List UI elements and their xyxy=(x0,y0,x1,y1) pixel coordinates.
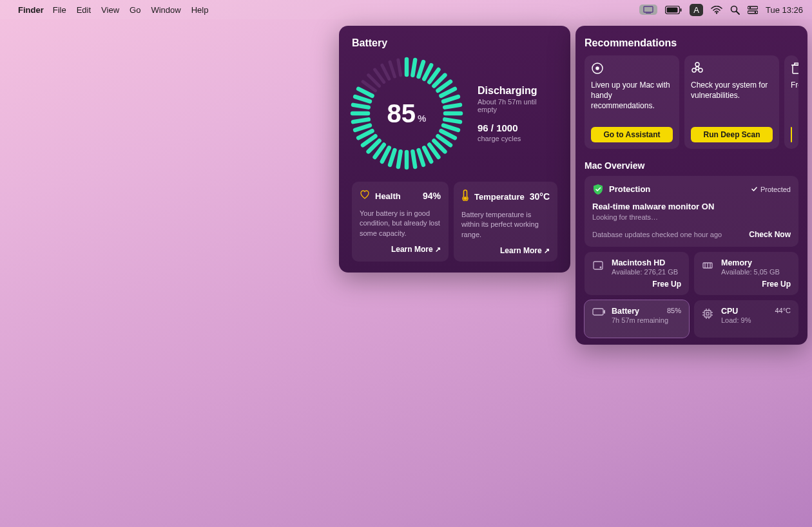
protection-title: Protection xyxy=(609,184,746,194)
menu-go[interactable]: Go xyxy=(130,5,140,15)
protection-status: Protected xyxy=(751,186,791,193)
svg-rect-69 xyxy=(706,312,709,315)
recommendations-title: Recommendations xyxy=(585,37,798,49)
heart-icon xyxy=(360,189,370,202)
target-icon xyxy=(591,62,673,76)
rec-card-deepscan: Check your system for vulnerabilities. R… xyxy=(684,55,779,149)
svg-point-57 xyxy=(692,68,696,72)
trash-icon xyxy=(791,62,792,76)
svg-rect-8 xyxy=(748,6,758,9)
mac-overview-title: Mac Overview xyxy=(585,160,798,171)
battery-status: Discharging xyxy=(478,85,557,97)
menubar-clock[interactable]: Tue 13:26 xyxy=(766,5,803,15)
battery-percent-sign: % xyxy=(418,113,426,124)
battery-icon xyxy=(592,307,605,331)
protection-monitor-status: Real-time malware monitor ON xyxy=(592,202,791,211)
menubar: Finder File Edit View Go Window Help A T… xyxy=(0,0,812,19)
disk-free-up-button[interactable]: Free Up xyxy=(612,280,681,289)
battery-gauge: 85 % xyxy=(349,55,465,171)
cpu-name: CPU xyxy=(721,307,775,316)
disk-available: Available: 276,21 GB xyxy=(612,268,681,276)
menubar-wifi-icon[interactable] xyxy=(711,6,722,14)
rec-text: Check your system for vulnerabilities. xyxy=(691,80,773,101)
check-now-button[interactable]: Check Now xyxy=(749,230,791,239)
menubar-text-indicator[interactable]: A xyxy=(690,4,703,16)
battery-percent-value: 85 xyxy=(387,99,416,128)
health-title: Health xyxy=(375,191,418,201)
battery-cycles-label: charge cycles xyxy=(478,135,557,142)
menubar-app-name[interactable]: Finder xyxy=(18,5,44,15)
svg-rect-0 xyxy=(644,6,653,12)
svg-rect-10 xyxy=(748,11,758,14)
disk-icon xyxy=(592,258,605,289)
temperature-title: Temperature xyxy=(474,192,525,202)
svg-rect-4 xyxy=(681,8,682,12)
memory-available: Available: 5,05 GB xyxy=(721,268,791,276)
thermometer-icon xyxy=(461,189,469,204)
svg-point-52 xyxy=(464,197,467,200)
protection-looking: Looking for threats… xyxy=(592,213,791,221)
svg-rect-60 xyxy=(594,262,603,269)
temperature-desc: Battery temperature is within its perfec… xyxy=(461,210,550,240)
health-card[interactable]: Health 94% Your battery is in good condi… xyxy=(352,182,449,262)
svg-point-58 xyxy=(699,68,702,72)
svg-point-11 xyxy=(755,11,756,12)
health-value: 94% xyxy=(423,191,441,201)
stat-card-disk[interactable]: Macintosh HD Available: 276,21 GB Free U… xyxy=(585,252,689,295)
memory-name: Memory xyxy=(721,258,791,267)
battery-panel-title: Battery xyxy=(352,37,557,49)
menubar-battery-icon[interactable] xyxy=(665,6,682,14)
shield-icon xyxy=(592,184,604,195)
svg-point-5 xyxy=(716,12,718,14)
svg-point-9 xyxy=(749,6,751,8)
battery-stat-value: 85% xyxy=(667,307,681,316)
menubar-control-center-icon[interactable] xyxy=(748,6,758,14)
cpu-icon xyxy=(702,307,715,331)
svg-rect-1 xyxy=(646,13,651,14)
temperature-card[interactable]: Temperature 30°C Battery temperature is … xyxy=(454,182,557,262)
svg-point-56 xyxy=(695,62,699,66)
rec-partial-button[interactable] xyxy=(791,127,792,142)
menubar-app-indicator[interactable] xyxy=(639,5,657,15)
memory-icon xyxy=(702,258,715,289)
biohazard-icon xyxy=(691,62,773,76)
rec-card-assistant: Liven up your Mac with handy recommendat… xyxy=(585,55,679,149)
memory-free-up-button[interactable]: Free Up xyxy=(721,280,791,289)
menu-edit[interactable]: Edit xyxy=(77,5,91,15)
run-deep-scan-button[interactable]: Run Deep Scan xyxy=(691,127,773,142)
menu-file[interactable]: File xyxy=(53,5,66,15)
rec-card-partial: Fre xyxy=(784,55,798,149)
menu-help[interactable]: Help xyxy=(191,5,209,15)
overview-panel: Recommendations Liven up your Mac with h… xyxy=(575,26,807,345)
svg-point-61 xyxy=(600,267,601,268)
stat-card-cpu[interactable]: CPU44°C Load: 9% xyxy=(694,300,798,338)
svg-point-54 xyxy=(596,67,599,70)
protection-card[interactable]: Protection Protected Real-time malware m… xyxy=(585,176,798,247)
svg-line-7 xyxy=(736,11,739,14)
go-to-assistant-button[interactable]: Go to Assistant xyxy=(591,127,673,142)
svg-rect-3 xyxy=(667,7,678,12)
battery-stat-name: Battery xyxy=(612,307,667,316)
stat-card-battery[interactable]: Battery85% 7h 57m remaining xyxy=(585,300,689,338)
protection-db-updates: Database updates checked one hour ago xyxy=(592,231,749,238)
cpu-load: Load: 9% xyxy=(721,316,791,324)
rec-text: Fre xyxy=(791,80,792,90)
temperature-value: 30°C xyxy=(530,191,550,202)
battery-stat-remaining: 7h 57m remaining xyxy=(612,316,681,324)
health-learn-more[interactable]: Learn More ↗ xyxy=(360,245,441,254)
svg-rect-68 xyxy=(704,311,711,317)
menu-window[interactable]: Window xyxy=(151,5,180,15)
cpu-temp: 44°C xyxy=(775,307,791,316)
rec-text: Liven up your Mac with handy recommendat… xyxy=(591,80,673,111)
menubar-spotlight-icon[interactable] xyxy=(730,5,740,15)
stat-card-memory[interactable]: Memory Available: 5,05 GB Free Up xyxy=(694,252,798,295)
svg-rect-59 xyxy=(793,65,798,73)
health-desc: Your battery is in good condition, but a… xyxy=(360,209,441,238)
menu-view[interactable]: View xyxy=(101,5,119,15)
svg-rect-67 xyxy=(604,311,605,313)
battery-panel: Battery 85 % Discharging About 7h 57m un… xyxy=(339,26,570,273)
temperature-learn-more[interactable]: Learn More ↗ xyxy=(461,246,550,255)
disk-name: Macintosh HD xyxy=(612,258,681,267)
svg-rect-66 xyxy=(593,309,603,315)
battery-cycles-value: 96 / 1000 xyxy=(478,122,557,133)
